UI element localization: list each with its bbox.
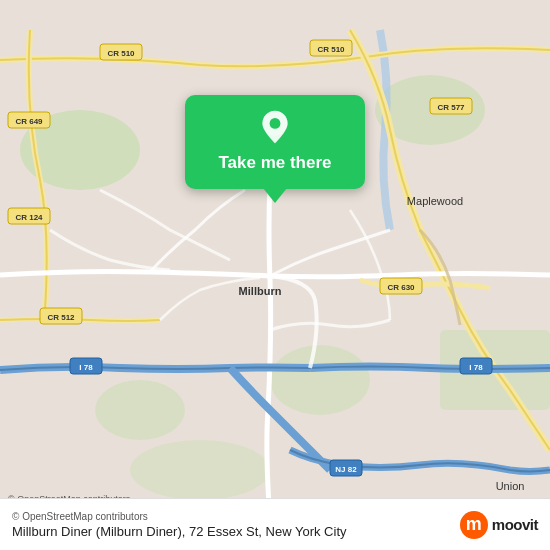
svg-text:CR 649: CR 649 xyxy=(15,117,43,126)
map-background: CR 510 CR 510 CR 649 CR 577 CR 124 CR 51… xyxy=(0,0,550,550)
moovit-logo: m moovit xyxy=(460,511,538,539)
moovit-text: moovit xyxy=(492,516,538,533)
svg-text:CR 577: CR 577 xyxy=(437,103,465,112)
moovit-m-icon: m xyxy=(460,511,488,539)
popup-label: Take me there xyxy=(218,153,331,173)
info-bar: © OpenStreetMap contributors Millburn Di… xyxy=(0,498,550,550)
location-pin-icon xyxy=(257,109,293,145)
svg-text:CR 124: CR 124 xyxy=(15,213,43,222)
svg-text:Millburn: Millburn xyxy=(239,285,282,297)
svg-point-4 xyxy=(95,380,185,440)
svg-point-3 xyxy=(270,345,370,415)
svg-text:CR 510: CR 510 xyxy=(107,49,135,58)
svg-text:CR 630: CR 630 xyxy=(387,283,415,292)
svg-text:Maplewood: Maplewood xyxy=(407,195,463,207)
svg-text:Union: Union xyxy=(496,480,525,492)
place-address: Millburn Diner (Milburn Diner), 72 Essex… xyxy=(12,524,450,539)
svg-text:NJ 82: NJ 82 xyxy=(335,465,357,474)
svg-text:CR 512: CR 512 xyxy=(47,313,75,322)
take-me-there-popup[interactable]: Take me there xyxy=(185,95,365,189)
svg-text:CR 510: CR 510 xyxy=(317,45,345,54)
svg-text:I 78: I 78 xyxy=(469,363,483,372)
svg-point-32 xyxy=(270,118,281,129)
map-container: CR 510 CR 510 CR 649 CR 577 CR 124 CR 51… xyxy=(0,0,550,550)
info-bar-left: © OpenStreetMap contributors Millburn Di… xyxy=(12,511,450,539)
osm-attribution: © OpenStreetMap contributors xyxy=(12,511,450,522)
svg-point-6 xyxy=(130,440,270,500)
svg-text:I 78: I 78 xyxy=(79,363,93,372)
